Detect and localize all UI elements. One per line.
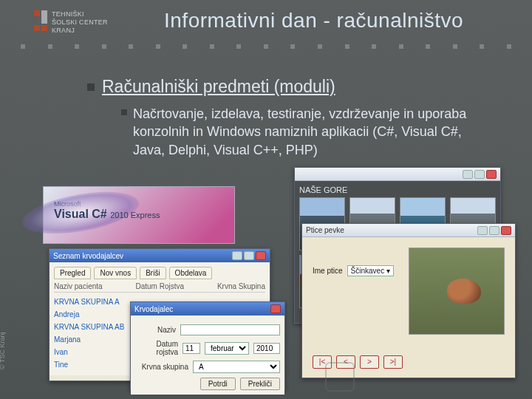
- tab-brisi[interactable]: Briši: [140, 267, 166, 279]
- combo-ime-ptice[interactable]: Ščinkavec ▾: [347, 265, 394, 276]
- label-datum: Datum rojstva: [135, 340, 178, 356]
- maximize-button[interactable]: [474, 170, 485, 179]
- divider-dots: [0, 44, 532, 49]
- watermark-icon: [325, 362, 355, 392]
- minimize-button[interactable]: [463, 170, 473, 179]
- label-skupina: Krvna skupina: [135, 363, 188, 371]
- copyright: © TŠC Kranj: [0, 332, 6, 369]
- tab-obdelava[interactable]: Obdelava: [169, 267, 213, 279]
- window-ptice: Ptice pevke Ime ptice Ščinkavec ▾ |< < >…: [301, 223, 516, 378]
- vs-splash: Microsoft Visual C# 2010 Express: [43, 186, 235, 244]
- titlebar[interactable]: Krvodajalec: [131, 302, 284, 316]
- logo-mark: [34, 10, 47, 31]
- subheading: Računalniški predmeti (moduli): [87, 77, 335, 97]
- close-button[interactable]: [270, 304, 281, 313]
- logo: TEHNIŠKI ŠOLSKI CENTER KRANJ: [34, 10, 108, 34]
- nav-next-button[interactable]: >: [360, 355, 379, 369]
- nav-last-button[interactable]: >|: [383, 355, 403, 369]
- table-header: Naziv pacienta Datum Rojstva Krvna Skupi…: [54, 282, 265, 293]
- table-row[interactable]: Andreja: [54, 308, 79, 321]
- label-naziv: Naziv: [135, 326, 176, 334]
- titlebar[interactable]: Seznam krvodajalcev: [50, 249, 270, 262]
- select-month[interactable]: februar: [205, 342, 249, 355]
- tab-pregled[interactable]: Pregled: [54, 267, 91, 279]
- window-krvodajalec: Krvodajalec Naziv Datum rojstva februar …: [130, 301, 285, 390]
- bullet-icon: [121, 109, 127, 115]
- titlebar[interactable]: Ptice pevke: [302, 224, 515, 237]
- maximize-button[interactable]: [244, 251, 254, 260]
- col-label: Datum Rojstva: [135, 282, 184, 290]
- window-title: Seznam krvodajalcev: [53, 252, 123, 260]
- cancel-button[interactable]: Prekliči: [240, 378, 280, 390]
- tab-novvnos[interactable]: Nov vnos: [94, 267, 137, 279]
- input-naziv[interactable]: [180, 324, 280, 335]
- vs-name: Visual C#: [54, 208, 107, 220]
- minimize-button[interactable]: [232, 251, 242, 260]
- close-button[interactable]: [486, 170, 497, 179]
- col-label: Krvna Skupina: [217, 282, 265, 290]
- confirm-button[interactable]: Potrdi: [200, 378, 236, 390]
- input-day[interactable]: [183, 343, 200, 354]
- bird-icon: [447, 279, 481, 304]
- window-title: Krvodajalec: [134, 305, 173, 313]
- input-year[interactable]: [253, 343, 280, 354]
- subheading-text: Računalniški predmeti (moduli): [102, 77, 335, 97]
- window-title: Ptice pevke: [306, 226, 344, 234]
- col-label: Naziv pacienta: [54, 282, 103, 290]
- bullet-icon: [87, 83, 95, 91]
- logo-text: TEHNIŠKI ŠOLSKI CENTER KRANJ: [52, 10, 108, 34]
- bird-image: [409, 248, 505, 335]
- minimize-button[interactable]: [477, 226, 488, 235]
- close-button[interactable]: [256, 251, 266, 260]
- vs-edition: 2010 Express: [110, 211, 160, 219]
- gallery-heading: NAŠE GORE: [299, 185, 496, 194]
- body-item: Načrtovanje, izdelava, testiranje, vzdrž…: [121, 105, 476, 159]
- titlebar[interactable]: [295, 168, 500, 181]
- body-text: Načrtovanje, izdelava, testiranje, vzdrž…: [133, 105, 476, 159]
- select-skupina[interactable]: A: [193, 361, 280, 373]
- close-button[interactable]: [501, 226, 511, 235]
- label-ime-ptice: Ime ptice: [313, 267, 343, 275]
- maximize-button[interactable]: [489, 226, 499, 235]
- page-title: Informativni dan - računalništvo: [164, 9, 463, 33]
